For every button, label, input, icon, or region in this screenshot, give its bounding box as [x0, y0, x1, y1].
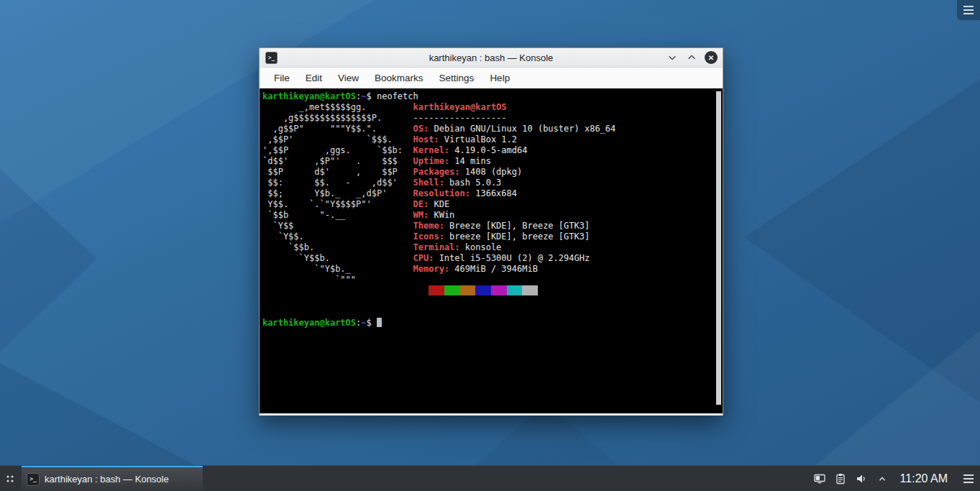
terminal-line: `Y$$. Icons: breeze [KDE], breeze [GTK3]: [262, 231, 714, 242]
dots-icon: [4, 473, 16, 485]
window-frame-bottom: [260, 413, 723, 416]
ansi-color-swatch: [413, 285, 429, 295]
terminal-line: ,g$$P" """Y$$.". OS: Debian GNU/Linux 10…: [262, 124, 714, 134]
menu-file[interactable]: File: [266, 68, 298, 88]
terminal-line: ,g$$$$$$$$$$$$$$$P. ------------------: [262, 113, 714, 124]
terminal-line: $$P d$' , $$P Packages: 1408 (dpkg): [262, 167, 714, 178]
close-button[interactable]: ✕: [705, 51, 718, 64]
clipboard-icon[interactable]: [833, 472, 848, 486]
chevron-up-icon: [687, 52, 697, 63]
terminal-line: ',$$P ,ggs. `$$b: Kernel: 4.19.0-5-amd64: [262, 145, 714, 156]
terminal-line: `Y$$ Theme: Breeze [KDE], Breeze [GTK3]: [262, 221, 714, 231]
caret-up-icon: [877, 474, 887, 484]
terminal-line: karthikeyan@kartOS:~$ neofetch: [262, 91, 714, 102]
menu-bookmarks[interactable]: Bookmarks: [367, 68, 431, 88]
terminal-line: [262, 296, 714, 307]
terminal-line: $$: $$. - ,d$$' Shell: bash 5.0.3: [262, 178, 714, 188]
desktop: >_ karthikeyan : bash — Konsole ✕ File E…: [0, 0, 980, 491]
task-button-konsole[interactable]: >_ karthikeyan : bash — Konsole: [22, 466, 203, 491]
minimize-button[interactable]: [666, 51, 679, 64]
terminal-line: $$; Y$b._ _,d$P' Resolution: 1366x684: [262, 188, 714, 199]
terminal-line: `$$b. Terminal: konsole: [262, 242, 714, 253]
panel-menu-button[interactable]: [961, 472, 976, 486]
volume-icon[interactable]: [854, 472, 869, 486]
konsole-icon: >_: [27, 473, 40, 486]
menu-edit[interactable]: Edit: [298, 68, 330, 88]
scrollbar-thumb[interactable]: [716, 91, 721, 405]
activity-pager-icon[interactable]: [0, 466, 20, 491]
taskbar: >_ karthikeyan : bash — Konsole: [0, 465, 980, 491]
window-titlebar[interactable]: >_ karthikeyan : bash — Konsole ✕: [260, 48, 723, 68]
tray-expand-button[interactable]: [875, 472, 889, 486]
ansi-color-swatch: [460, 285, 476, 295]
menu-bar: File Edit View Bookmarks Settings Help: [260, 68, 723, 88]
konsole-window: >_ karthikeyan : bash — Konsole ✕ File E…: [259, 47, 723, 416]
maximize-button[interactable]: [685, 51, 698, 64]
ansi-color-swatch: [429, 285, 444, 295]
terminal-line: `Y$$b. CPU: Intel i5-5300U (2) @ 2.294GH…: [262, 253, 714, 264]
terminal-area[interactable]: karthikeyan@kartOS:~$ neofetch _,met$$$$…: [260, 88, 723, 413]
terminal-line: `""": [262, 275, 714, 285]
terminal-line: [262, 285, 714, 296]
hamburger-icon: [963, 474, 974, 483]
chevron-down-icon: [667, 52, 677, 63]
window-title: karthikeyan : bash — Konsole: [429, 52, 554, 63]
scrollbar[interactable]: [715, 90, 722, 410]
terminal-line: _,met$$$$$gg. karthikeyan@kartOS: [262, 102, 714, 113]
ansi-color-swatch: [522, 285, 538, 295]
system-tray: 11:20 AM: [812, 466, 980, 491]
terminal-line: `$$b "-.__ WM: KWin: [262, 210, 714, 221]
hamburger-icon: [963, 6, 974, 14]
terminal-line: `"Y$b._ Memory: 469MiB / 3946MiB: [262, 264, 714, 275]
terminal-line: ,$$P' `$$$. Host: VirtualBox 1.2: [262, 134, 714, 145]
terminal-cursor: [377, 318, 382, 327]
terminal-line: [262, 307, 714, 318]
ansi-color-swatch: [507, 285, 523, 295]
terminal-line: `d$$' ,$P"' . $$$ Uptime: 14 mins: [262, 156, 714, 167]
menu-settings[interactable]: Settings: [431, 68, 482, 88]
menu-help[interactable]: Help: [482, 68, 518, 88]
ansi-color-swatch: [475, 285, 491, 295]
clock[interactable]: 11:20 AM: [900, 472, 948, 485]
task-label: karthikeyan : bash — Konsole: [45, 474, 169, 485]
terminal-output: karthikeyan@kartOS:~$ neofetch _,met$$$$…: [262, 91, 714, 329]
terminal-line: karthikeyan@kartOS:~$: [262, 318, 714, 329]
ansi-color-swatch: [491, 285, 507, 295]
terminal-line: Y$$. `.`"Y$$$$P"' DE: KDE: [262, 199, 714, 210]
konsole-icon: >_: [265, 52, 278, 64]
display-settings-icon[interactable]: [812, 472, 827, 486]
desktop-toolbox-button[interactable]: [957, 0, 980, 20]
menu-view[interactable]: View: [330, 68, 367, 88]
ansi-color-swatch: [444, 285, 460, 295]
